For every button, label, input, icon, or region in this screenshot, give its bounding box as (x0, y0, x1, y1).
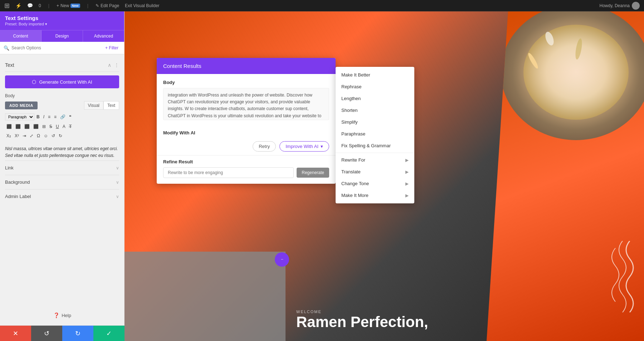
emoji-button[interactable]: ☺ (42, 133, 49, 139)
modal-body-label: Body (163, 80, 329, 85)
refine-input[interactable] (163, 167, 294, 178)
howdy-label: Howdy, Deanna (600, 3, 630, 8)
add-media-button[interactable]: ADD MEDIA (5, 102, 38, 109)
close-icon: ✕ (13, 330, 18, 337)
pencil-icon: ✎ (96, 3, 99, 8)
strikethrough-button[interactable]: S̶ (48, 123, 54, 130)
exit-vb-button[interactable]: Exit Visual Builder (125, 3, 160, 8)
sidebar-tabs: Content Design Advanced (0, 30, 124, 42)
search-input[interactable] (11, 45, 101, 50)
editor-body[interactable]: Nisl massa, ultrices vitae ornare sit am… (5, 144, 119, 160)
paragraph-select[interactable]: Paragraph (5, 113, 34, 120)
chat-bubble-icon[interactable]: ··· (275, 252, 289, 267)
refine-row: Regenerate (163, 167, 329, 178)
undo-button[interactable]: ↺ (50, 133, 57, 139)
redo-bottom-button[interactable]: ↻ (62, 326, 93, 341)
sidebar-preset[interactable]: Preset: Body imported ▾ (5, 22, 119, 26)
subscript-button[interactable]: X₂ (5, 133, 13, 139)
background-section-header[interactable]: Background ∨ (5, 179, 119, 185)
align-center-button[interactable]: ⬛ (14, 123, 22, 130)
generate-content-label: Generate Content With AI (39, 79, 92, 85)
dropdown-item-fix-spelling[interactable]: Fix Spelling & Grammar (336, 140, 414, 152)
tab-text[interactable]: Text (103, 101, 119, 110)
dropdown-label: Paraphrase (341, 131, 365, 137)
ramen-bowl-image (501, 11, 644, 140)
text-section-title: Text (5, 62, 14, 68)
tab-content[interactable]: Content (0, 30, 42, 42)
italic-button[interactable]: I (42, 114, 46, 120)
dropdown-item-make-it-more[interactable]: Make It More ▶ (336, 189, 414, 201)
indent-button[interactable]: ⇥ (21, 133, 28, 139)
undo-bottom-button[interactable]: ↺ (31, 326, 62, 341)
unordered-list-button[interactable]: ≡ (47, 114, 52, 120)
dropdown-label: Simplify (341, 119, 358, 125)
ordered-list-button[interactable]: ≡ (53, 114, 58, 120)
link-button[interactable]: 🔗 (59, 114, 67, 120)
edit-page-button[interactable]: ✎ Edit Page (96, 3, 119, 8)
submenu-arrow-icon: ▶ (405, 181, 409, 186)
tab-advanced[interactable]: Advanced (83, 30, 124, 42)
link-section-header[interactable]: Link ∨ (5, 165, 119, 170)
main-content: Content Results Body integration with Wo… (125, 11, 644, 341)
modal-body-section: Body integration with WordPress and unle… (157, 74, 336, 126)
table-button[interactable]: ⊞ (41, 123, 47, 130)
modal-header: Content Results (157, 58, 336, 74)
clear-format-button[interactable]: T̶ (68, 123, 73, 130)
dropdown-label: Rewrite For (341, 157, 365, 163)
superscript-button[interactable]: X² (13, 133, 20, 139)
separator2: | (87, 3, 88, 8)
separator: | (48, 3, 49, 8)
dropdown-item-simplify[interactable]: Simplify (336, 116, 414, 128)
editor-top-row: ADD MEDIA Visual Text (5, 101, 119, 110)
dropdown-item-rephrase[interactable]: Rephrase (336, 81, 414, 93)
improve-dropdown: Make It Better Rephrase Lengthen Shorten… (336, 67, 414, 203)
link-section: Link ∨ (5, 160, 119, 175)
topbar: ⊞ ⚡ 💬 0 | + New New | ✎ Edit Page Exit V… (0, 0, 644, 11)
plus-icon: + (57, 3, 59, 8)
more-options-icon[interactable]: ⋮ (114, 62, 119, 68)
color-button[interactable]: A (61, 123, 67, 130)
submenu-arrow-icon: ▶ (405, 158, 409, 163)
body-label: Body (5, 93, 119, 98)
save-button[interactable]: ✓ (93, 326, 125, 341)
new-badge: New (70, 4, 80, 8)
regenerate-button[interactable]: Regenerate (297, 168, 329, 178)
dropdown-item-translate[interactable]: Translate ▶ (336, 166, 414, 178)
content-results-modal: Content Results Body integration with Wo… (157, 58, 336, 184)
omega-button[interactable]: Ω (35, 133, 42, 139)
dropdown-item-paraphrase[interactable]: Paraphrase (336, 128, 414, 140)
tab-visual[interactable]: Visual (84, 101, 103, 110)
dropdown-item-change-tone[interactable]: Change Tone ▶ (336, 178, 414, 189)
sidebar-title: Text Settings (5, 15, 119, 21)
admin-label-section-header[interactable]: Admin Label ∨ (5, 194, 119, 199)
tab-design[interactable]: Design (42, 30, 83, 42)
collapse-icon[interactable]: ∧ (108, 62, 111, 68)
dropdown-item-shorten[interactable]: Shorten (336, 104, 414, 116)
redo-button[interactable]: ↻ (57, 133, 64, 139)
toolbar-row-1: Paragraph B I ≡ ≡ 🔗 ❝ (5, 112, 119, 122)
quote-button[interactable]: ❝ (68, 114, 73, 120)
dropdown-label: Shorten (341, 108, 358, 113)
help-button[interactable]: ❓ Help (0, 310, 125, 321)
dropdown-item-rewrite-for[interactable]: Rewrite For ▶ (336, 154, 414, 166)
link-chevron-icon: ∨ (116, 165, 119, 170)
dropdown-item-make-it-better[interactable]: Make It Better (336, 69, 414, 81)
underline-button[interactable]: U (54, 123, 60, 130)
generate-content-button[interactable]: ⬡ Generate Content With AI (5, 75, 119, 88)
close-button[interactable]: ✕ (0, 326, 31, 341)
retry-button[interactable]: Retry (253, 141, 276, 152)
new-button[interactable]: + New New (57, 3, 80, 8)
toolbar-row-3: X₂ X² ⇥ ⤢ Ω ☺ ↺ ↻ (5, 131, 119, 140)
filter-button[interactable]: + Filter (103, 45, 121, 51)
align-right-button[interactable]: ⬛ (23, 123, 31, 130)
submenu-arrow-icon: ▶ (405, 193, 409, 198)
fullscreen-button[interactable]: ⤢ (28, 133, 35, 139)
dropdown-item-lengthen[interactable]: Lengthen (336, 93, 414, 104)
refine-label: Refine Result (163, 159, 329, 164)
align-left-button[interactable]: ⬛ (5, 123, 13, 130)
admin-label-section-title: Admin Label (5, 194, 31, 199)
align-justify-button[interactable]: ⬛ (32, 123, 40, 130)
bold-button[interactable]: B (35, 114, 41, 120)
improve-with-ai-button[interactable]: Improve With AI ▾ (279, 141, 329, 152)
modal-actions: Retry Improve With AI ▾ (157, 138, 336, 155)
